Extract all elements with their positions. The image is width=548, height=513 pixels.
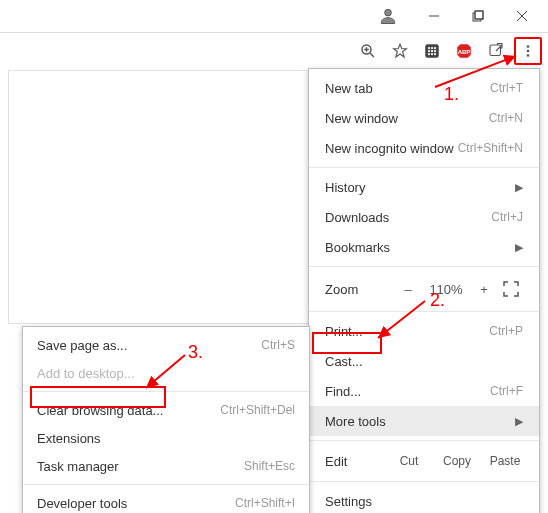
extension-grid-icon[interactable] (418, 37, 446, 65)
menu-separator (309, 266, 539, 267)
submenu-item-clearbrowsing[interactable]: Clear browsing data...Ctrl+Shift+Del (23, 396, 309, 424)
menu-label: Task manager (37, 459, 119, 474)
menu-label: Cast... (325, 354, 363, 369)
menu-shortcut: Shift+Esc (244, 459, 295, 473)
svg-point-23 (527, 45, 530, 48)
menu-label: Bookmarks (325, 240, 390, 255)
zoom-value: 110% (427, 282, 465, 297)
menu-shortcut: Ctrl+P (489, 324, 523, 338)
svg-rect-3 (475, 11, 483, 19)
submenu-item-extensions[interactable]: Extensions (23, 424, 309, 452)
menu-separator (23, 484, 309, 485)
menu-item-cast[interactable]: Cast... (309, 346, 539, 376)
menu-item-edit: Edit Cut Copy Paste (309, 445, 539, 477)
menu-label: Add to desktop... (37, 366, 135, 381)
menu-item-settings[interactable]: Settings (309, 486, 539, 513)
profile-icon[interactable] (364, 6, 412, 26)
svg-point-20 (434, 52, 436, 54)
svg-point-12 (428, 46, 430, 48)
menu-shortcut: Ctrl+T (490, 81, 523, 95)
svg-point-15 (428, 49, 430, 51)
menu-shortcut: Ctrl+F (490, 384, 523, 398)
maximize-button[interactable] (456, 2, 500, 30)
zoom-in-button[interactable]: + (475, 282, 493, 297)
menu-label: More tools (325, 414, 386, 429)
svg-text:ABP: ABP (458, 49, 471, 55)
svg-point-16 (431, 49, 433, 51)
menu-label: Clear browsing data... (37, 403, 163, 418)
menu-shortcut: Ctrl+Shift+I (235, 496, 295, 510)
minimize-button[interactable] (412, 2, 456, 30)
menu-separator (309, 481, 539, 482)
submenu-item-adddesktop: Add to desktop... (23, 359, 309, 387)
menu-shortcut: Ctrl+N (489, 111, 523, 125)
svg-point-14 (434, 46, 436, 48)
menu-label: New tab (325, 81, 373, 96)
submenu-arrow-icon: ▶ (515, 241, 523, 254)
menu-label: Settings (325, 494, 372, 509)
zoom-out-button[interactable]: – (399, 282, 417, 297)
svg-point-17 (434, 49, 436, 51)
share-icon[interactable] (482, 37, 510, 65)
submenu-arrow-icon: ▶ (515, 415, 523, 428)
submenu-arrow-icon: ▶ (515, 181, 523, 194)
zoom-label: Zoom (325, 282, 389, 297)
browser-toolbar: ABP (0, 32, 548, 68)
menu-label: History (325, 180, 365, 195)
submenu-item-savepage[interactable]: Save page as...Ctrl+S (23, 331, 309, 359)
menu-item-newtab[interactable]: New tabCtrl+T (309, 73, 539, 103)
menu-label: Downloads (325, 210, 389, 225)
menu-item-incognito[interactable]: New incognito windowCtrl+Shift+N (309, 133, 539, 163)
menu-item-moretools[interactable]: More tools▶ (309, 406, 539, 436)
chrome-menu-button[interactable] (514, 37, 542, 65)
menu-item-bookmarks[interactable]: Bookmarks▶ (309, 232, 539, 262)
submenu-item-taskmgr[interactable]: Task managerShift+Esc (23, 452, 309, 480)
menu-item-find[interactable]: Find...Ctrl+F (309, 376, 539, 406)
close-button[interactable] (500, 2, 544, 30)
svg-line-8 (370, 53, 374, 57)
menu-label: Find... (325, 384, 361, 399)
window-titlebar (0, 0, 548, 32)
menu-label: Print... (325, 324, 363, 339)
svg-point-18 (428, 52, 430, 54)
menu-shortcut: Ctrl+Shift+N (458, 141, 523, 155)
paste-button[interactable]: Paste (481, 454, 529, 468)
more-tools-submenu: Save page as...Ctrl+S Add to desktop... … (22, 326, 310, 513)
copy-button[interactable]: Copy (433, 454, 481, 468)
menu-separator (309, 440, 539, 441)
menu-separator (23, 391, 309, 392)
menu-item-zoom: Zoom – 110% + (309, 271, 539, 307)
svg-rect-22 (490, 45, 501, 56)
chrome-main-menu: New tabCtrl+T New windowCtrl+N New incog… (308, 68, 540, 513)
menu-item-history[interactable]: History▶ (309, 172, 539, 202)
svg-point-0 (385, 9, 392, 16)
cut-button[interactable]: Cut (385, 454, 433, 468)
menu-item-print[interactable]: Print...Ctrl+P (309, 316, 539, 346)
menu-shortcut: Ctrl+J (491, 210, 523, 224)
bookmark-star-icon[interactable] (386, 37, 414, 65)
edit-label: Edit (325, 454, 385, 469)
fullscreen-icon[interactable] (503, 281, 523, 297)
zoom-icon[interactable] (354, 37, 382, 65)
submenu-item-devtools[interactable]: Developer toolsCtrl+Shift+I (23, 489, 309, 513)
svg-point-25 (527, 54, 530, 57)
menu-item-downloads[interactable]: DownloadsCtrl+J (309, 202, 539, 232)
svg-point-19 (431, 52, 433, 54)
svg-point-24 (527, 49, 530, 52)
abp-icon[interactable]: ABP (450, 37, 478, 65)
menu-item-newwindow[interactable]: New windowCtrl+N (309, 103, 539, 133)
page-content-area (8, 70, 310, 324)
menu-label: Developer tools (37, 496, 127, 511)
menu-label: Save page as... (37, 338, 127, 353)
menu-label: Extensions (37, 431, 101, 446)
menu-shortcut: Ctrl+Shift+Del (220, 403, 295, 417)
menu-separator (309, 167, 539, 168)
menu-label: New window (325, 111, 398, 126)
menu-shortcut: Ctrl+S (261, 338, 295, 352)
menu-label: New incognito window (325, 141, 454, 156)
svg-point-13 (431, 46, 433, 48)
menu-separator (309, 311, 539, 312)
